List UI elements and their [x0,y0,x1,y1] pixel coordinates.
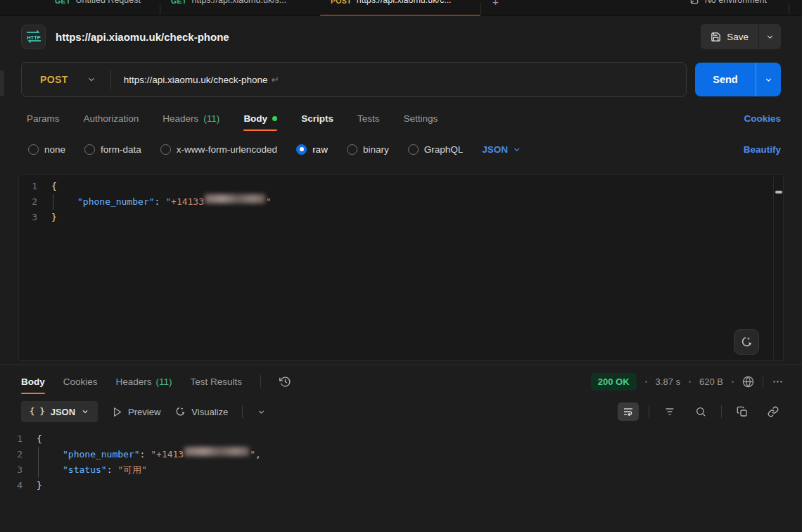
method-selector[interactable]: POST [22,74,110,85]
copy-icon [737,406,748,417]
workspace-tab-bar: GET Untitled Request GET https://api.xia… [0,0,802,16]
tab-label: Tests [357,113,380,124]
response-history-button[interactable] [279,376,291,388]
divider [649,405,649,418]
response-size[interactable]: 620 B [699,376,723,387]
dot-separator [732,381,734,383]
response-format-selector[interactable]: { } JSON [21,401,98,422]
ellipsis-icon [772,376,784,388]
response-tab-cookies[interactable]: Cookies [63,369,98,394]
radio-raw[interactable]: raw [296,144,328,155]
chevron-down-icon [87,75,96,84]
indent-guide [53,194,77,210]
sidebar-collapsed-handle[interactable] [0,70,4,96]
environment-selector[interactable]: No environment [689,0,767,5]
language-label: JSON [482,144,508,155]
code-token: "phone_number" [63,447,140,462]
tab-params[interactable]: Params [27,106,60,131]
filter-button[interactable] [659,403,680,421]
language-selector[interactable]: JSON [482,144,521,155]
code-line: 1 { [19,179,783,194]
method-badge: GET [55,0,71,5]
editor-scrollbar[interactable] [773,175,783,360]
url-box: POST https://api.xiaomu.uk/check-phone↵ [21,62,687,97]
code-token: "可用" [117,462,147,478]
network-info-button[interactable] [742,376,754,388]
response-tab-test-results[interactable]: Test Results [191,369,243,394]
save-options-button[interactable] [758,24,781,49]
workspace-tab-2[interactable]: GET https://api.xiaomu.uk/s... [171,0,286,5]
save-button-group: Save [701,24,781,49]
line-number: 1 [19,179,51,194]
divider [260,375,261,388]
save-button[interactable]: Save [701,24,758,49]
url-input[interactable]: https://api.xiaomu.uk/check-phone↵ [111,74,279,85]
search-button[interactable] [690,403,711,421]
redacted-phone-digits [205,194,265,203]
new-tab-button[interactable]: + [492,0,499,8]
tab-headers[interactable]: Headers(11) [163,106,219,131]
postbot-button[interactable] [734,329,759,355]
copy-button[interactable] [732,403,753,421]
radio-none[interactable]: none [28,144,65,155]
radio-icon [28,144,39,155]
response-tab-headers[interactable]: Headers(11) [116,369,172,394]
radio-form-data[interactable]: form-data [84,144,141,155]
preview-button[interactable]: Preview [112,407,160,417]
send-button[interactable]: Send [695,63,756,96]
tab-scripts[interactable]: Scripts [301,106,333,131]
play-icon [112,407,122,417]
radio-label: GraphQL [424,144,464,155]
radio-graphql[interactable]: GraphQL [408,144,464,155]
scrollbar-thumb[interactable] [775,191,782,194]
visualize-options-button[interactable] [257,407,266,417]
request-title: https://api.xiaomu.uk/check-phone [56,31,701,43]
tab-label: Body [21,376,45,387]
code-token: "+1413 [151,447,184,462]
indent-guide [38,462,63,478]
divider [763,375,763,388]
tab-body[interactable]: Body [243,106,277,131]
radio-label: binary [363,144,389,155]
link-icon [768,406,779,417]
request-body-editor[interactable]: 1 { 2 "phone_number": "+14133" 3 } [18,174,784,361]
word-wrap-button[interactable] [618,403,639,421]
workspace-tab-active[interactable]: POST https://api.xiaomu.uk/c... [331,0,452,5]
response-tab-body[interactable]: Body [21,369,45,394]
radio-binary[interactable]: binary [347,144,389,155]
code-line: 3 } [19,210,783,225]
magic-sparkle-icon [174,406,186,417]
chevron-down-icon [512,145,521,154]
line-number: 1 [0,431,37,447]
url-value: https://api.xiaomu.uk/check-phone [124,75,268,85]
radio-icon [408,144,419,155]
method-label: POST [40,74,68,85]
tab-divider [480,3,481,14]
workspace-tab-untitled[interactable]: GET Untitled Request [55,0,141,5]
radio-x-www-form-urlencoded[interactable]: x-www-form-urlencoded [160,144,277,155]
preview-label: Preview [128,407,160,417]
response-time[interactable]: 3.87 s [656,376,680,387]
tab-settings[interactable]: Settings [403,106,438,131]
visualize-button[interactable]: Visualize [174,406,228,417]
tab-authorization[interactable]: Authorization [84,106,139,131]
braces-icon: { } [30,407,45,417]
line-number: 3 [19,210,51,225]
beautify-link[interactable]: Beautify [744,144,781,155]
active-tab-underline [320,15,480,16]
response-body-editor[interactable]: 1 { 2 "phone_number": "+1413", 3 "status… [0,426,802,532]
code-token: " [266,194,272,210]
response-more-options-button[interactable] [772,376,784,388]
dot-separator [689,381,691,383]
code-line: 1 { [0,431,802,447]
status-badge[interactable]: 200 OK [591,373,637,391]
tab-tests[interactable]: Tests [357,106,380,131]
headers-count: (11) [203,113,219,124]
code-token: , [255,447,261,462]
send-options-button[interactable] [756,63,781,96]
link-button[interactable] [763,403,784,421]
cookies-link[interactable]: Cookies [744,113,781,124]
tab-label: Cookies [63,376,98,387]
code-line: 4 } [0,478,802,493]
code-token: { [51,179,57,194]
